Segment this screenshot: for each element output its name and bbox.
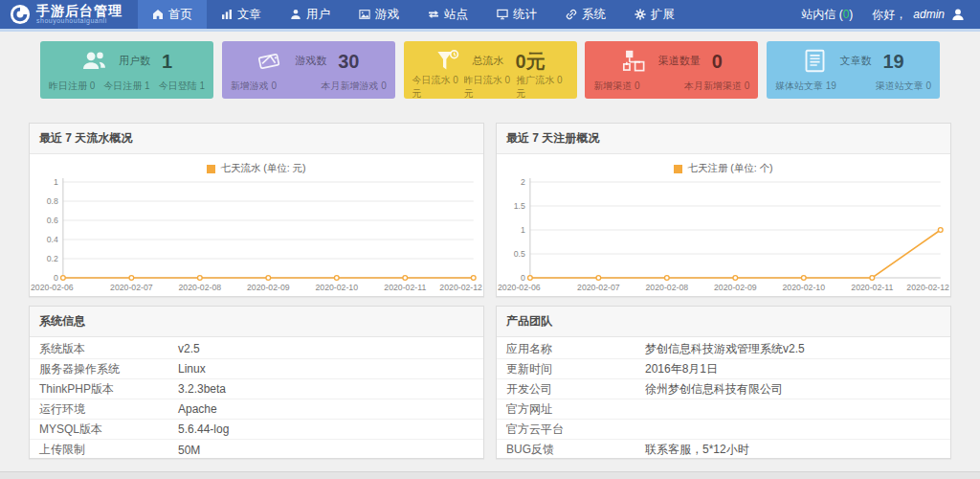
product-team-table: 应用名称梦创信息科技游戏管理系统v2.5更新时间2016年8月1日开发公司徐州梦… [497,337,950,460]
info-row: 服务器操作系统Linux [30,359,483,379]
stat-cards-row: 用户数1昨日注册 0今日注册 1今日登陆 1游戏数30新增游戏 0本月新增游戏 … [40,41,940,99]
info-row-value: 50M [178,444,200,457]
card-value: 0元 [515,52,545,71]
messages-link[interactable]: 站内信 (0) [801,7,853,23]
card-sub-stat: 今日登陆 1 [159,80,205,93]
card-sub-stat: 新增渠道 0 [593,80,639,93]
footer-bar [0,471,980,479]
gear-icon [635,9,646,20]
revenue-line-chart: 00.20.40.60.812020-02-062020-02-072020-0… [30,176,483,297]
card-label: 用户数 [119,54,150,68]
card-label: 渠道数量 [658,54,701,68]
system-info-table: 系统版本v2.5服务器操作系统LinuxThinkPHP版本3.2.3beta运… [30,337,483,460]
svg-text:0: 0 [54,273,58,283]
exchange-icon [428,9,439,20]
funnel-clock-icon [434,48,460,74]
info-row: 应用名称梦创信息科技游戏管理系统v2.5 [497,339,950,359]
monitor-icon [497,9,508,20]
user-avatar-icon [951,8,965,21]
card-label: 文章数 [839,54,871,68]
card-sub-stat: 本月新增渠道 0 [684,80,749,93]
info-row-label: 开发公司 [506,381,645,398]
users-icon [81,48,107,74]
card-sub-stat: 昨日流水 0元 [464,74,516,101]
greeting-text: 你好， [872,7,906,23]
svg-text:2: 2 [521,177,525,187]
svg-text:2020-02-09: 2020-02-09 [714,283,757,292]
bar-chart-icon [221,9,233,20]
info-row-label: 更新时间 [506,361,645,377]
card-sub-stat: 今日流水 0元 [412,74,464,101]
paren: ) [849,8,853,21]
register-line-chart: 00.511.522020-02-062020-02-072020-02-082… [497,176,950,297]
brand-logo-icon [10,4,31,25]
info-row-value: Apache [178,402,217,416]
nav-item-user[interactable]: 用户 [276,0,345,29]
nav-item-article[interactable]: 文章 [207,0,276,29]
game-icon [257,48,283,74]
info-row: 官方云平台 [497,420,950,440]
nav-item-label: 文章 [237,7,261,23]
nav-item-label: 系统 [582,7,606,23]
product-team-panel: 产品团队 应用名称梦创信息科技游戏管理系统v2.5更新时间2016年8月1日开发… [496,306,951,459]
info-row: ThinkPHP版本3.2.3beta [30,379,483,399]
svg-text:2020-02-08: 2020-02-08 [646,283,689,292]
chart-legend: 七天流水 (单位: 元) [30,154,483,175]
legend-swatch [674,165,682,173]
card-sub-stat: 今日注册 1 [103,80,149,93]
home-icon [152,9,164,20]
info-row-label: 服务器操作系统 [39,361,178,377]
info-row-value: 徐州梦创信息科技有限公司 [645,381,783,398]
svg-text:0.2: 0.2 [47,254,58,263]
svg-text:2020-02-09: 2020-02-09 [247,283,290,292]
info-row-label: 系统版本 [39,341,178,357]
card-sub-stat: 推广流水 0元 [516,74,568,101]
info-row-value: v2.5 [178,342,200,355]
svg-text:0.8: 0.8 [47,196,58,206]
card-value: 1 [162,52,172,71]
nav-item-extend[interactable]: 扩展 [620,0,689,29]
nav-item-game[interactable]: 游戏 [345,0,413,29]
revenue-chart-panel: 最近 7 天流水概况 七天流水 (单位: 元) 00.20.40.60.8120… [29,123,484,297]
nav-item-label: 站点 [444,7,468,23]
image-icon [359,9,370,20]
brand[interactable]: 手游后台管理 shouyouhoutaiguanli [0,0,138,29]
stat-card-revenue: 总流水0元今日流水 0元昨日流水 0元推广流水 0元 [404,41,577,99]
charts-row: 最近 7 天流水概况 七天流水 (单位: 元) 00.20.40.60.8120… [29,123,951,297]
chart-legend: 七天注册 (单位: 个) [497,154,950,175]
nav-item-site[interactable]: 站点 [413,0,482,29]
nav-item-home[interactable]: 首页 [138,0,207,29]
card-sub-stat: 本月新增游戏 0 [321,80,386,93]
info-row-label: BUG反馈 [506,442,645,458]
card-value: 0 [712,52,723,71]
info-row-value: 联系客服，5*12小时 [645,442,749,458]
info-row-label: 应用名称 [506,341,645,357]
svg-text:0.4: 0.4 [47,235,58,244]
nav-item-system[interactable]: 系统 [551,0,620,29]
info-panels-row: 系统信息 系统版本v2.5服务器操作系统LinuxThinkPHP版本3.2.3… [29,306,951,459]
svg-text:1.5: 1.5 [514,201,525,211]
nav-item-label: 扩展 [651,7,675,23]
legend-swatch [207,165,215,173]
svg-text:2020-02-12: 2020-02-12 [439,283,482,292]
info-row: 更新时间2016年8月1日 [497,359,950,379]
top-navbar: 手游后台管理 shouyouhoutaiguanli 首页文章用户游戏站点统计系… [0,0,980,32]
nav-item-stats[interactable]: 统计 [482,0,551,29]
stat-card-users: 用户数1昨日注册 0今日注册 1今日登陆 1 [40,41,213,99]
info-row-value: 3.2.3beta [178,382,226,396]
user-menu[interactable]: 你好，admin [872,7,965,23]
brand-subtitle: shouyouhoutaiguanli [36,17,122,24]
panel-title: 系统信息 [30,307,483,337]
panel-title: 最近 7 天流水概况 [30,124,483,154]
stat-card-articles: 文章数19媒体站文章 19渠道站文章 0 [767,41,940,99]
svg-text:1: 1 [521,225,525,235]
legend-label: 七天流水 (单位: 元) [220,162,305,175]
panel-title: 产品团队 [497,307,950,337]
info-row: 官方网址 [497,399,950,420]
svg-text:2020-02-11: 2020-02-11 [384,283,426,292]
card-sub-stat: 渠道站文章 0 [876,80,931,93]
system-info-panel: 系统信息 系统版本v2.5服务器操作系统LinuxThinkPHP版本3.2.3… [29,306,484,459]
info-row: MYSQL版本5.6.44-log [30,420,483,440]
register-chart-panel: 最近 7 天注册概况 七天注册 (单位: 个) 00.511.522020-02… [496,123,951,297]
card-sub-stat: 媒体站文章 19 [775,80,836,93]
